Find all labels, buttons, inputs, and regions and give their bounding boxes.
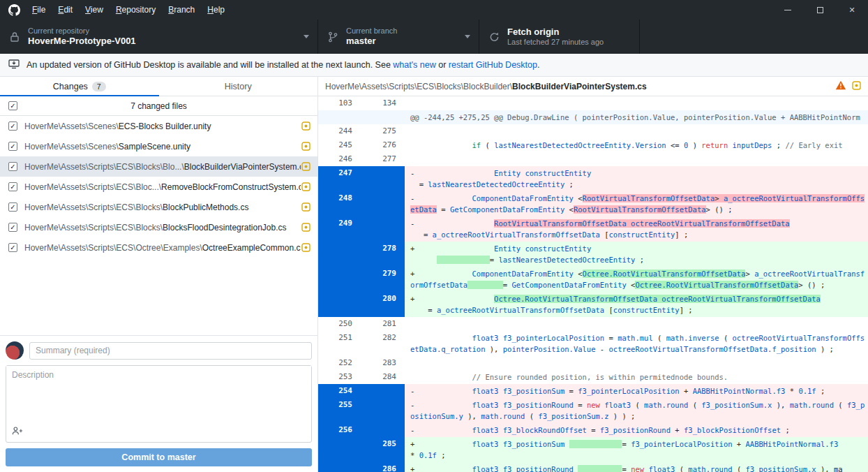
file-row[interactable]: ✓HoverMe\Assets\Scripts\ECS\Octree\Examp… — [0, 237, 317, 258]
new-line-number[interactable]: 282 — [361, 331, 405, 356]
old-line-number[interactable] — [318, 110, 361, 124]
diff-row[interactable]: 280+ Octree.RootVirtualTransformOffsetDa… — [318, 292, 868, 317]
new-line-number[interactable]: 285 — [361, 437, 405, 462]
add-coauthor-icon[interactable] — [12, 426, 23, 438]
diff-row[interactable]: 253284 // Ensure rounded position, is wi… — [318, 370, 868, 384]
file-checkbox[interactable]: ✓ — [8, 223, 17, 232]
minimize-button[interactable] — [772, 0, 804, 20]
menu-branch[interactable]: Branch — [162, 0, 201, 20]
file-row[interactable]: ✓HoverMe\Assets\Scripts\ECS\Blocks\Blo..… — [0, 156, 317, 177]
diff-line-code — [405, 152, 868, 166]
new-line-number[interactable]: 280 — [361, 292, 405, 317]
new-line-number[interactable]: 277 — [361, 152, 405, 166]
diff-body[interactable]: 103134@@ -244,25 +275,25 @@ Debug.DrawLi… — [318, 96, 868, 472]
restart-link[interactable]: restart GitHub Desktop — [449, 60, 537, 70]
current-branch-button[interactable]: Current branch master — [318, 20, 479, 54]
new-line-number[interactable] — [361, 398, 405, 423]
old-line-number[interactable]: 248 — [318, 191, 361, 216]
maximize-button[interactable] — [804, 0, 836, 20]
file-checkbox[interactable]: ✓ — [8, 121, 17, 131]
file-checkbox[interactable]: ✓ — [8, 202, 17, 212]
new-line-number[interactable]: 276 — [361, 138, 405, 152]
old-line-number[interactable]: 256 — [318, 423, 361, 437]
old-line-number[interactable]: 255 — [318, 398, 361, 423]
new-line-number[interactable] — [361, 191, 405, 216]
new-line-number[interactable]: 283 — [361, 356, 405, 370]
file-row[interactable]: ✓HoverMe\Assets\Scenes\SampleScene.unity — [0, 136, 317, 156]
diff-row[interactable]: 285+ float3 f3_positionSum = f3_pointerL… — [318, 437, 868, 462]
fetch-origin-button[interactable]: Fetch origin Last fetched 27 minutes ago — [479, 20, 640, 54]
file-checkbox[interactable]: ✓ — [8, 243, 17, 252]
old-line-number[interactable]: 249 — [318, 216, 361, 242]
commit-button[interactable]: Commit to master — [6, 448, 312, 466]
file-row[interactable]: ✓HoverMe\Assets\Scripts\ECS\Blocks\Block… — [0, 197, 317, 217]
new-line-number[interactable] — [361, 216, 405, 242]
old-line-number[interactable] — [318, 462, 361, 472]
old-line-number[interactable]: 252 — [318, 356, 361, 370]
new-line-number[interactable] — [361, 384, 405, 398]
new-line-number[interactable] — [361, 110, 405, 124]
diff-row[interactable]: 286+ float3 f3_positionRound = new float… — [318, 462, 868, 472]
menu-help[interactable]: Help — [201, 0, 231, 20]
new-line-number[interactable]: 284 — [361, 370, 405, 384]
old-line-number[interactable] — [318, 437, 361, 462]
file-checkbox[interactable]: ✓ — [8, 182, 17, 191]
old-line-number[interactable]: 103 — [318, 96, 361, 110]
new-line-number[interactable]: 279 — [361, 267, 405, 292]
menu-edit[interactable]: Edit — [52, 0, 79, 20]
tab-history[interactable]: History — [159, 77, 318, 96]
old-line-number[interactable]: 250 — [318, 317, 361, 331]
old-line-number[interactable] — [318, 292, 361, 317]
diff-row[interactable]: 248- ComponentDataFromEntity <RootVirtua… — [318, 191, 868, 216]
new-line-number[interactable]: 275 — [361, 124, 405, 138]
file-path: HoverMe\Assets\Scenes\SampleScene.unity — [24, 142, 301, 152]
file-checkbox[interactable]: ✓ — [8, 142, 17, 151]
description-input[interactable] — [6, 366, 311, 423]
diff-row[interactable]: 255- float3 f3_positionRound = new float… — [318, 398, 868, 423]
diff-row[interactable]: 250281 — [318, 317, 868, 331]
file-checkbox[interactable]: ✓ — [8, 162, 17, 171]
file-row[interactable]: ✓HoverMe\Assets\Scripts\ECS\Blocks\Block… — [0, 217, 317, 237]
new-line-number[interactable]: 134 — [361, 96, 405, 110]
diff-row[interactable]: 254- float3 f3_positionSum = f3_pointerL… — [318, 384, 868, 398]
new-line-number[interactable] — [361, 423, 405, 437]
diff-line-code: - Entity constructEntity = lastNearestDe… — [405, 166, 868, 191]
diff-row[interactable]: 279+ ComponentDataFromEntity <Octree.Roo… — [318, 267, 868, 292]
new-line-number[interactable]: 281 — [361, 317, 405, 331]
diff-row[interactable]: 278+ Entity constructEntity = lastNeares… — [318, 242, 868, 267]
diff-row[interactable]: 247- Entity constructEntity = lastNeares… — [318, 166, 868, 191]
menu-file[interactable]: File — [26, 0, 52, 20]
warning-icon[interactable] — [835, 80, 846, 92]
old-line-number[interactable]: 244 — [318, 124, 361, 138]
menu-view[interactable]: View — [79, 0, 110, 20]
diff-line-code: + float3 f3_positionRound = new float3 (… — [405, 462, 868, 472]
old-line-number[interactable]: 245 — [318, 138, 361, 152]
file-row[interactable]: ✓HoverMe\Assets\Scripts\ECS\Bloc...\Remo… — [0, 177, 317, 197]
menu-repository[interactable]: Repository — [110, 0, 162, 20]
diff-row[interactable]: 249- RootVirtualTransformOffsetData octr… — [318, 216, 868, 242]
summary-input[interactable] — [29, 342, 312, 360]
old-line-number[interactable] — [318, 267, 361, 292]
select-all-checkbox[interactable]: ✓ — [8, 101, 17, 110]
old-line-number[interactable]: 246 — [318, 152, 361, 166]
diff-row[interactable]: 103134 — [318, 96, 868, 110]
new-line-number[interactable]: 286 — [361, 462, 405, 472]
old-line-number[interactable]: 251 — [318, 331, 361, 356]
current-repository-button[interactable]: Current repository HoverMe-Prototype-V00… — [0, 20, 318, 54]
file-row[interactable]: ✓HoverMe\Assets\Scenes\ECS-Blocks Builde… — [0, 116, 317, 136]
whats-new-link[interactable]: what's new — [393, 60, 435, 70]
old-line-number[interactable]: 254 — [318, 384, 361, 398]
diff-row[interactable]: 246277 — [318, 152, 868, 166]
new-line-number[interactable]: 278 — [361, 242, 405, 267]
old-line-number[interactable]: 247 — [318, 166, 361, 191]
old-line-number[interactable] — [318, 242, 361, 267]
close-button[interactable]: ✕ — [836, 0, 868, 20]
diff-row[interactable]: 256- float3 f3_blockRoundOffset = f3_pos… — [318, 423, 868, 437]
diff-row[interactable]: 251282 float3 f3_pointerLocalPosition = … — [318, 331, 868, 356]
diff-row[interactable]: 245276 if ( lastNearestDetectedOctreeEnt… — [318, 138, 868, 152]
diff-row[interactable]: 252283 — [318, 356, 868, 370]
tab-changes[interactable]: Changes 7 — [0, 77, 159, 96]
diff-row[interactable]: 244275 — [318, 124, 868, 138]
old-line-number[interactable]: 253 — [318, 370, 361, 384]
new-line-number[interactable] — [361, 166, 405, 191]
